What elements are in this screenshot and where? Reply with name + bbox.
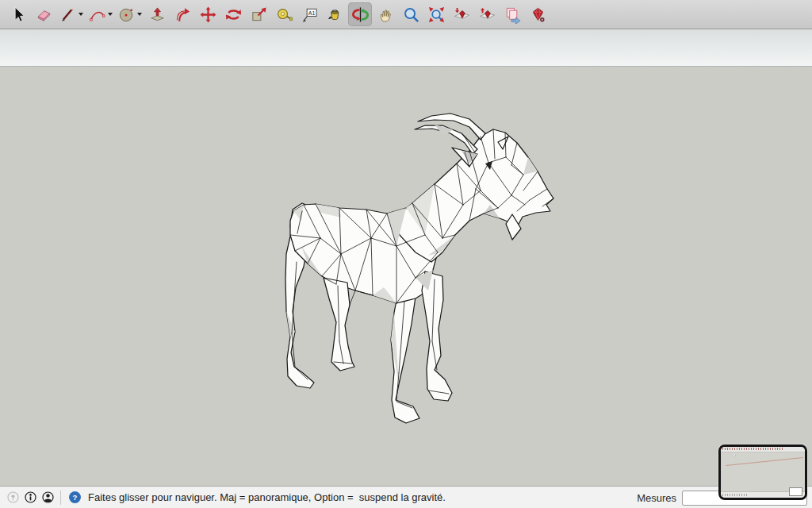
preview-goat-model bbox=[734, 454, 771, 494]
preview-measure-box bbox=[789, 487, 802, 496]
attribution-icon bbox=[41, 491, 55, 504]
tool-move-button[interactable] bbox=[196, 2, 220, 26]
push-pull-icon bbox=[148, 6, 167, 24]
follow-me-icon bbox=[174, 6, 192, 24]
tool-select-button[interactable] bbox=[6, 2, 30, 26]
scale-icon bbox=[250, 6, 268, 24]
measurements-label: Mesures bbox=[637, 492, 676, 504]
eraser-icon bbox=[35, 6, 53, 24]
status-bar: Faites glisser pour naviguer. Maj = pano… bbox=[0, 486, 812, 508]
credits-button[interactable] bbox=[22, 490, 38, 506]
preview-toolbar-icons bbox=[722, 448, 783, 450]
tool-zoom-extents-button[interactable] bbox=[424, 2, 448, 26]
tool-extension-warehouse-button[interactable] bbox=[526, 2, 550, 26]
rotate-icon bbox=[224, 6, 243, 24]
tool-circle-button[interactable] bbox=[116, 2, 144, 26]
preview-toolbar-strip bbox=[721, 447, 805, 452]
zoom-extents-icon bbox=[427, 6, 446, 24]
tool-pan-button[interactable] bbox=[373, 2, 397, 26]
dropdown-caret-icon[interactable] bbox=[137, 13, 142, 16]
send-to-layout-icon bbox=[504, 6, 522, 24]
tool-zoom-button[interactable] bbox=[399, 2, 423, 26]
attribution-button[interactable] bbox=[40, 490, 56, 506]
preview-viewport bbox=[721, 452, 805, 492]
tool-share-model-button[interactable] bbox=[475, 2, 499, 26]
preview-status-icons bbox=[722, 494, 748, 496]
tool-eraser-button[interactable] bbox=[32, 2, 56, 26]
zoom-icon bbox=[402, 6, 420, 24]
tool-paint-bucket-button[interactable] bbox=[323, 2, 347, 26]
share-model-icon bbox=[478, 6, 496, 24]
get-models-icon bbox=[453, 6, 471, 24]
tool-get-models-button[interactable] bbox=[450, 2, 473, 26]
orbit-icon bbox=[351, 6, 370, 24]
tool-scale-button[interactable] bbox=[247, 2, 270, 26]
tool-send-to-layout-button[interactable] bbox=[500, 2, 524, 26]
tape-measure-icon bbox=[275, 6, 293, 24]
tool-arc-button[interactable] bbox=[86, 2, 114, 26]
tool-follow-me-button[interactable] bbox=[170, 2, 194, 26]
pan-icon bbox=[377, 6, 395, 24]
tool-line-button[interactable] bbox=[57, 2, 85, 26]
extension-warehouse-icon bbox=[529, 6, 547, 24]
toolbar bbox=[0, 0, 812, 29]
dropdown-caret-icon[interactable] bbox=[108, 13, 113, 16]
statusbar-separator bbox=[60, 491, 61, 505]
move-icon bbox=[199, 6, 217, 24]
goat-wireframe-model bbox=[0, 67, 812, 486]
geolocation-button[interactable] bbox=[5, 490, 21, 506]
circle-icon bbox=[117, 6, 136, 24]
model-viewport[interactable] bbox=[0, 67, 812, 486]
help-icon bbox=[68, 491, 82, 504]
tool-tape-measure-button[interactable] bbox=[272, 2, 296, 26]
geolocation-icon bbox=[6, 491, 20, 504]
screen-preview-window[interactable] bbox=[718, 444, 807, 500]
app-window: { "app": {"name": "SketchUp", "active_to… bbox=[0, 0, 812, 508]
credits-icon bbox=[24, 491, 37, 504]
help-button[interactable] bbox=[67, 490, 82, 506]
select-icon bbox=[10, 6, 28, 24]
status-hint-text: Faites glisser pour naviguer. Maj = pano… bbox=[88, 491, 446, 503]
tool-rotate-button[interactable] bbox=[221, 2, 245, 26]
arc-icon bbox=[88, 6, 106, 24]
tool-orbit-button[interactable] bbox=[348, 2, 372, 26]
secondary-toolbar-shelf bbox=[0, 29, 812, 67]
paint-bucket-icon bbox=[326, 6, 344, 24]
tool-push-pull-button[interactable] bbox=[145, 2, 169, 26]
tool-dimension-text-button[interactable] bbox=[297, 2, 321, 26]
dropdown-caret-icon[interactable] bbox=[79, 13, 83, 16]
line-icon bbox=[59, 6, 77, 24]
dimension-text-icon bbox=[301, 6, 319, 24]
